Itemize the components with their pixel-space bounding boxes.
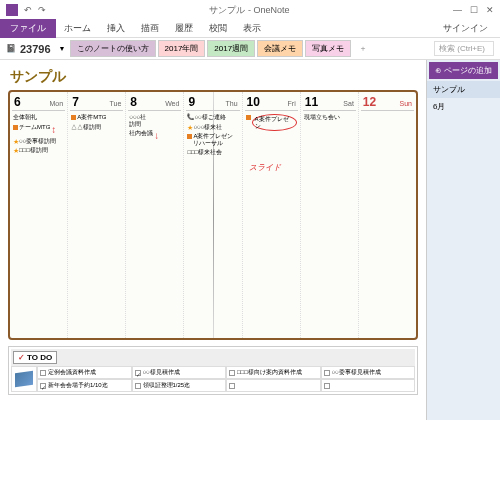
day-number: 9 xyxy=(188,95,195,109)
square-marker-icon xyxy=(187,134,192,139)
todo-cell[interactable]: ○○様見積作成 xyxy=(132,366,227,379)
checkbox[interactable] xyxy=(135,383,141,389)
square-marker-icon xyxy=(246,115,251,120)
checkbox[interactable] xyxy=(324,370,330,376)
undo-icon[interactable]: ↶ xyxy=(24,5,32,15)
day-column[interactable]: 9Thu📞○○様ご連絡★○○○様来社A案件プレゼンリハーサル□□□様来社会 xyxy=(184,92,242,338)
day-number: 10 xyxy=(247,95,260,109)
tab-ホーム[interactable]: ホーム xyxy=(56,19,99,38)
day-name: Sat xyxy=(343,100,354,107)
checkbox[interactable] xyxy=(229,370,235,376)
day-column[interactable]: 10FriA案件プレゼンスライド xyxy=(243,92,301,338)
event-item[interactable]: 社内会議↓ xyxy=(129,130,180,141)
day-number: 7 xyxy=(72,95,79,109)
arrow-icon: ↕ xyxy=(51,124,56,135)
event-item[interactable]: ★○○○様来社 xyxy=(187,124,238,131)
page-list-pane: ⊕ ページの追加 サンプル6月 xyxy=(426,60,500,420)
square-marker-icon xyxy=(13,125,18,130)
todo-cell[interactable] xyxy=(226,379,321,392)
arrow-icon: ↓ xyxy=(154,130,159,141)
section-tab[interactable]: 写真メモ xyxy=(305,40,351,57)
window-title: サンプル - OneNote xyxy=(46,4,453,17)
section-bar: 📓 23796 ▼ このノートの使い方2017年間2017週間会議メモ写真メモ … xyxy=(0,38,500,60)
day-number: 11 xyxy=(305,95,318,109)
handwritten-annotation: スライド xyxy=(249,162,281,173)
day-number: 8 xyxy=(130,95,137,109)
add-section-button[interactable]: ＋ xyxy=(355,43,371,54)
star-icon: ★ xyxy=(13,148,18,153)
planner-book-icon xyxy=(11,366,37,392)
todo-cell[interactable]: ○○委事様見積作成 xyxy=(321,366,416,379)
event-item[interactable]: A案件MTG xyxy=(71,114,122,121)
section-tab[interactable]: 2017週間 xyxy=(207,40,255,57)
event-item[interactable]: A案件プレゼン xyxy=(246,114,297,131)
tab-校閲[interactable]: 校閲 xyxy=(201,19,235,38)
tab-描画[interactable]: 描画 xyxy=(133,19,167,38)
event-item[interactable]: ★○○委事様訪問 xyxy=(13,138,64,145)
todo-cell[interactable]: 新年会会場予約1/10迄 xyxy=(37,379,132,392)
star-icon: ★ xyxy=(13,139,18,144)
event-item[interactable]: ○○○社訪問 xyxy=(129,114,180,127)
day-column[interactable]: 8Wed○○○社訪問社内会議↓ xyxy=(126,92,184,338)
day-name: Wed xyxy=(165,100,179,107)
checkbox[interactable] xyxy=(135,370,141,376)
event-item[interactable]: チームMTG↕ xyxy=(13,124,64,135)
star-icon: ★ xyxy=(187,125,192,130)
checkbox[interactable] xyxy=(40,370,46,376)
event-item[interactable]: ★□□□様訪問 xyxy=(13,147,64,154)
weekly-planner: 6Mon全体朝礼チームMTG↕★○○委事様訪問★□□□様訪問7TueA案件MTG… xyxy=(8,90,418,340)
page-title[interactable]: サンプル xyxy=(10,68,418,86)
section-tab[interactable]: 会議メモ xyxy=(257,40,303,57)
minimize-button[interactable]: — xyxy=(453,5,462,15)
todo-cell[interactable] xyxy=(321,379,416,392)
title-bar: ↶ ↷ サンプル - OneNote — ☐ ✕ xyxy=(0,0,500,20)
section-tab[interactable]: 2017年間 xyxy=(158,40,206,57)
event-item[interactable]: □□□様来社会 xyxy=(187,149,238,156)
checkbox[interactable] xyxy=(40,383,46,389)
todo-section: TO DO 定例会議資料作成○○様見積作成□□□様向け案内資料作成○○委事様見積… xyxy=(8,346,418,395)
event-item[interactable]: △△様訪問 xyxy=(71,124,122,131)
maximize-button[interactable]: ☐ xyxy=(470,5,478,15)
tab-表示[interactable]: 表示 xyxy=(235,19,269,38)
day-name: Sun xyxy=(400,100,412,107)
event-item[interactable]: 現場立ち会い xyxy=(304,114,355,121)
page-canvas[interactable]: サンプル 6Mon全体朝礼チームMTG↕★○○委事様訪問★□□□様訪問7TueA… xyxy=(0,60,426,420)
day-name: Mon xyxy=(50,100,64,107)
add-page-button[interactable]: ⊕ ページの追加 xyxy=(429,62,498,79)
event-item[interactable]: A案件プレゼンリハーサル xyxy=(187,133,238,146)
todo-cell[interactable]: 領収証整理1/25迄 xyxy=(132,379,227,392)
checkbox[interactable] xyxy=(229,383,235,389)
search-input[interactable]: 検索 (Ctrl+E) xyxy=(434,41,494,56)
page-list-item[interactable]: サンプル xyxy=(427,81,500,98)
day-name: Tue xyxy=(109,100,121,107)
event-item[interactable]: 📞○○様ご連絡 xyxy=(187,114,238,121)
onenote-icon xyxy=(6,4,18,16)
tab-履歴[interactable]: 履歴 xyxy=(167,19,201,38)
page-list-item[interactable]: 6月 xyxy=(427,98,500,115)
day-column[interactable]: 7TueA案件MTG△△様訪問 xyxy=(68,92,126,338)
day-column[interactable]: 12Sun xyxy=(359,92,416,338)
day-column[interactable]: 11Sat現場立ち会い xyxy=(301,92,359,338)
notebook-name[interactable]: 23796 xyxy=(20,43,51,55)
todo-badge: TO DO xyxy=(13,351,57,364)
redo-icon[interactable]: ↷ xyxy=(38,5,46,15)
todo-cell[interactable]: □□□様向け案内資料作成 xyxy=(226,366,321,379)
todo-cell[interactable]: 定例会議資料作成 xyxy=(37,366,132,379)
day-name: Thu xyxy=(226,100,238,107)
signin-link[interactable]: サインイン xyxy=(435,22,496,35)
file-tab[interactable]: ファイル xyxy=(0,19,56,38)
day-name: Fri xyxy=(288,100,296,107)
checkbox[interactable] xyxy=(324,383,330,389)
close-button[interactable]: ✕ xyxy=(486,5,494,15)
tab-挿入[interactable]: 挿入 xyxy=(99,19,133,38)
day-column[interactable]: 6Mon全体朝礼チームMTG↕★○○委事様訪問★□□□様訪問 xyxy=(10,92,68,338)
chevron-down-icon[interactable]: ▼ xyxy=(59,45,66,52)
notebook-icon[interactable]: 📓 xyxy=(6,44,16,53)
section-tab[interactable]: このノートの使い方 xyxy=(70,40,156,57)
day-number: 12 xyxy=(363,95,376,109)
ribbon: ファイル ホーム挿入描画履歴校閲表示 サインイン xyxy=(0,20,500,38)
day-number: 6 xyxy=(14,95,21,109)
event-item[interactable]: 全体朝礼 xyxy=(13,114,64,121)
square-marker-icon xyxy=(71,115,76,120)
